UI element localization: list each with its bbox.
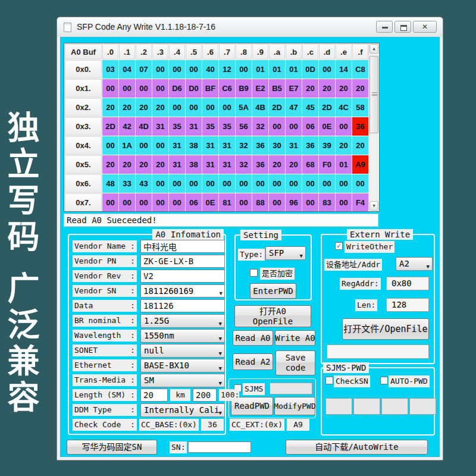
hex-cell[interactable]: 00 bbox=[152, 60, 168, 79]
hex-cell[interactable]: 36 bbox=[352, 117, 368, 136]
hex-cell[interactable]: 00 bbox=[186, 174, 202, 193]
hex-cell[interactable]: D6 bbox=[169, 79, 185, 98]
write-other-checkbox[interactable]: ✓ bbox=[335, 242, 343, 250]
hex-cell[interactable]: 20 bbox=[119, 155, 135, 174]
maximize-button[interactable] bbox=[394, 21, 411, 33]
hex-cell[interactable]: 00 bbox=[169, 60, 185, 79]
pwd-box-4[interactable] bbox=[409, 398, 436, 415]
pwd-box-2[interactable] bbox=[353, 398, 380, 415]
hex-cell[interactable]: 00 bbox=[236, 193, 252, 212]
hex-cell[interactable]: 06 bbox=[186, 193, 202, 212]
hex-cell[interactable]: 00 bbox=[119, 79, 135, 98]
hex-cell[interactable]: 40 bbox=[202, 60, 218, 79]
hex-cell[interactable]: 45 bbox=[302, 98, 318, 117]
hex-cell[interactable]: 36 bbox=[252, 155, 268, 174]
hex-cell[interactable]: 00 bbox=[202, 98, 218, 117]
auto-pwd-checkbox[interactable] bbox=[380, 377, 388, 384]
hex-cell[interactable]: 35 bbox=[169, 117, 185, 136]
hex-cell[interactable]: 1A bbox=[119, 136, 135, 155]
hex-cell[interactable]: 00 bbox=[102, 79, 118, 98]
hex-cell[interactable]: 00 bbox=[236, 174, 252, 193]
hex-cell[interactable]: 00 bbox=[119, 193, 135, 212]
hex-cell[interactable]: 00 bbox=[352, 174, 368, 193]
br-nominal-dropdown[interactable]: 1.25G ▼ bbox=[140, 314, 225, 328]
vendor-sn-combobox[interactable]: 1811260169 ▼ bbox=[140, 284, 225, 298]
hex-cell[interactable]: 20 bbox=[102, 155, 118, 174]
pwd-box-3[interactable] bbox=[381, 398, 408, 415]
hex-cell[interactable]: F0 bbox=[319, 155, 335, 174]
hex-cell[interactable]: 58 bbox=[352, 98, 368, 117]
hex-cell[interactable]: 00 bbox=[136, 79, 152, 98]
hex-cell[interactable]: 42 bbox=[119, 117, 135, 136]
hex-cell[interactable]: 31 bbox=[219, 155, 235, 174]
len-field[interactable]: 128 bbox=[386, 298, 429, 312]
hex-cell[interactable]: 20 bbox=[152, 155, 168, 174]
hex-cell[interactable]: 20 bbox=[119, 98, 135, 117]
hex-cell[interactable]: 31 bbox=[186, 117, 202, 136]
hex-cell[interactable]: 00 bbox=[302, 193, 318, 212]
hex-cell[interactable]: 47 bbox=[286, 98, 302, 117]
hex-cell[interactable]: 31 bbox=[169, 155, 185, 174]
hex-cell[interactable]: B5 bbox=[269, 79, 285, 98]
hex-cell[interactable]: 38 bbox=[186, 155, 202, 174]
hex-cell[interactable]: 31 bbox=[152, 117, 168, 136]
hex-cell[interactable]: F4 bbox=[352, 193, 368, 212]
read-a2-button[interactable]: Read A2 bbox=[233, 353, 273, 370]
data-input[interactable] bbox=[140, 299, 225, 312]
type-dropdown[interactable]: SFP ▼ bbox=[265, 246, 306, 260]
hex-cell[interactable]: 56 bbox=[236, 117, 252, 136]
hex-cell[interactable]: 00 bbox=[269, 174, 285, 193]
ethernet-dropdown[interactable]: BASE-BX10 ▼ bbox=[140, 359, 225, 372]
hex-cell[interactable]: 00 bbox=[169, 174, 185, 193]
hex-cell[interactable]: B9 bbox=[236, 79, 252, 98]
hex-cell[interactable]: 03 bbox=[102, 60, 118, 79]
hex-cell[interactable]: 00 bbox=[252, 174, 268, 193]
hex-cell[interactable]: 31 bbox=[286, 136, 302, 155]
hex-cell[interactable]: C8 bbox=[352, 60, 368, 79]
ddm-type-dropdown[interactable]: Internally Cali ▼ bbox=[140, 403, 225, 417]
hex-cell[interactable]: 2D bbox=[269, 98, 285, 117]
scroll-up-button[interactable]: ▲ bbox=[369, 44, 378, 54]
hex-cell[interactable]: 20 bbox=[269, 155, 285, 174]
hex-cell[interactable]: 00 bbox=[319, 174, 335, 193]
hex-cell[interactable]: 83 bbox=[319, 193, 335, 212]
length-m-input[interactable] bbox=[193, 389, 217, 402]
hex-cell[interactable]: 00 bbox=[269, 117, 285, 136]
auto-write-button[interactable]: 自动下载/AutoWrite bbox=[286, 440, 428, 455]
vendor-rev-input[interactable] bbox=[140, 270, 225, 283]
hex-cell[interactable]: 31 bbox=[202, 155, 218, 174]
hex-cell[interactable]: 20 bbox=[352, 136, 368, 155]
hex-cell[interactable]: 4C bbox=[336, 98, 352, 117]
hex-cell[interactable]: E7 bbox=[286, 79, 302, 98]
hex-cell[interactable]: 4B bbox=[252, 98, 268, 117]
hex-cell[interactable]: 00 bbox=[319, 60, 335, 79]
close-button[interactable]: ✕ bbox=[413, 21, 437, 33]
hex-cell[interactable]: 00 bbox=[219, 98, 235, 117]
extern-open-file-button[interactable]: 打开文件/OpenFile bbox=[342, 318, 429, 340]
hex-cell[interactable]: 36 bbox=[302, 136, 318, 155]
scroll-down-button[interactable]: ▼ bbox=[369, 201, 378, 211]
hex-cell[interactable]: 5A bbox=[236, 98, 252, 117]
save-code-button[interactable]: Save code bbox=[275, 350, 315, 375]
hex-cell[interactable]: 32 bbox=[252, 117, 268, 136]
hex-cell[interactable]: 04 bbox=[119, 60, 135, 79]
chevron-down-icon[interactable]: ▼ bbox=[220, 287, 223, 298]
device-addr-dropdown[interactable]: A2 ▼ bbox=[396, 257, 433, 271]
hex-cell[interactable]: 20 bbox=[352, 79, 368, 98]
encrypt-checkbox[interactable] bbox=[250, 269, 258, 277]
hex-cell[interactable]: 0D bbox=[302, 60, 318, 79]
hex-cell[interactable]: 48 bbox=[102, 174, 118, 193]
write-a0-button[interactable]: Write A0 bbox=[275, 330, 315, 346]
hex-cell[interactable]: 2D bbox=[319, 98, 335, 117]
hex-cell[interactable]: 20 bbox=[102, 98, 118, 117]
hex-cell[interactable]: 35 bbox=[202, 117, 218, 136]
read-a0-button[interactable]: Read A0 bbox=[233, 330, 273, 346]
hex-cell[interactable]: 20 bbox=[336, 79, 352, 98]
hex-cell[interactable]: 20 bbox=[336, 136, 352, 155]
hex-cell[interactable]: D0 bbox=[186, 79, 202, 98]
hex-cell[interactable]: 00 bbox=[102, 136, 118, 155]
hex-cell[interactable]: 00 bbox=[136, 193, 152, 212]
wavelength-dropdown[interactable]: 1550nm ▼ bbox=[140, 329, 225, 343]
hex-cell[interactable]: 00 bbox=[186, 60, 202, 79]
hex-cell[interactable]: 00 bbox=[336, 174, 352, 193]
